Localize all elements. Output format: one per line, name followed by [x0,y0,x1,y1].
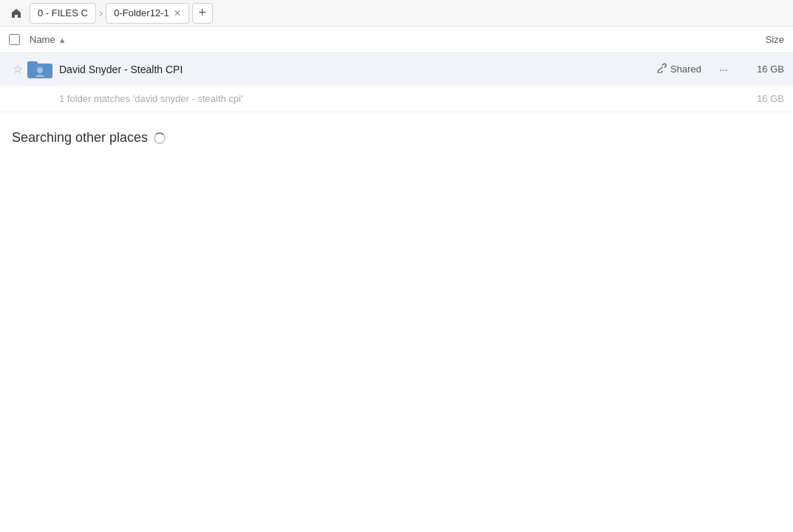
sort-arrow-icon: ▲ [58,35,67,44]
folder-icon-wrap [27,56,53,83]
select-all-checkbox-wrap[interactable] [9,34,30,45]
breadcrumb-tab-folder[interactable]: 0-Folder12-1 ✕ [106,3,188,24]
column-name-header[interactable]: Name ▲ [30,34,725,45]
column-size-label: Size [766,34,784,45]
file-more-button[interactable]: ··· [713,59,734,80]
searching-section: Searching other places [0,112,793,154]
more-icon: ··· [719,64,728,75]
searching-title-text: Searching other places [12,130,148,146]
loading-spinner [154,132,166,144]
folder-icon [27,59,52,80]
select-all-checkbox[interactable] [9,34,20,45]
star-icon: ☆ [13,62,23,76]
breadcrumb-tab-files[interactable]: 0 - FILES C [30,3,96,24]
file-shared-badge: Shared [656,63,701,75]
home-button[interactable] [6,3,27,24]
breadcrumb-tab-close-icon[interactable]: ✕ [174,8,181,18]
svg-rect-1 [27,61,38,66]
file-size-value: 16 GB [740,64,784,75]
match-info-text: 1 folder matches 'david snyder - stealth… [59,93,740,104]
breadcrumb-bar: 0 - FILES C › 0-Folder12-1 ✕ + [0,0,793,27]
shared-label: Shared [670,64,701,75]
searching-title: Searching other places [12,130,781,146]
column-size-header: Size [725,34,784,45]
breadcrumb-tab-folder-label: 0-Folder12-1 [114,7,169,18]
column-header-row: Name ▲ Size [0,27,793,53]
star-button[interactable]: ☆ [9,62,27,76]
column-name-label: Name [30,34,55,45]
breadcrumb-tab-files-label: 0 - FILES C [38,7,88,18]
link-icon [656,63,667,75]
home-icon [10,7,22,19]
file-name-label: David Snyder - Stealth CPI [59,64,656,75]
file-list-row[interactable]: ☆ David Snyder - Stealth CPI Shared ··· … [0,53,793,86]
breadcrumb-add-button[interactable]: + [192,3,213,24]
svg-point-2 [37,67,43,73]
breadcrumb-separator: › [99,7,103,20]
match-info-row: 1 folder matches 'david snyder - stealth… [0,86,793,112]
add-icon: + [198,5,206,21]
match-info-size: 16 GB [740,93,784,104]
